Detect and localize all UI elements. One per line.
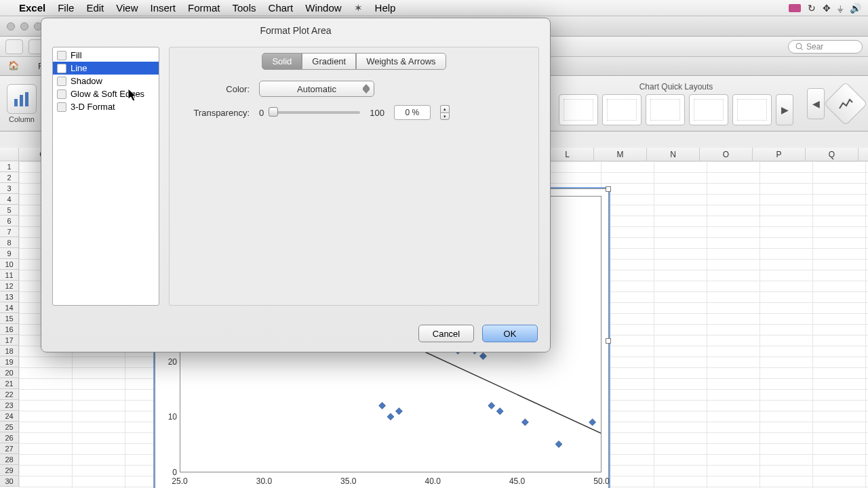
tab-weights-arrows[interactable]: Weights & Arrows — [356, 53, 446, 70]
sidebar-item-fill[interactable]: Fill — [53, 49, 159, 62]
layout-thumb-2[interactable] — [602, 94, 642, 125]
menu-insert[interactable]: Insert — [150, 2, 176, 14]
menu-edit[interactable]: Edit — [86, 2, 104, 14]
menu-help[interactable]: Help — [375, 2, 396, 14]
dialog-content-panel: Solid Gradient Weights & Arrows Color: A… — [169, 47, 539, 306]
sparkline-button[interactable] — [823, 81, 867, 125]
tab-gradient[interactable]: Gradient — [302, 53, 356, 70]
row-header[interactable]: 22 — [0, 389, 18, 400]
row-header[interactable]: 15 — [0, 313, 18, 324]
row-header[interactable]: 16 — [0, 324, 18, 335]
quick-layouts-section: Chart Quick Layouts ▶ — [559, 82, 793, 125]
svg-line-1 — [801, 48, 803, 50]
sync-icon[interactable]: ✥ — [823, 3, 831, 14]
col-header[interactable]: M — [594, 148, 647, 161]
sidebar-item-shadow[interactable]: Shadow — [53, 75, 159, 87]
svg-rect-4 — [25, 92, 28, 106]
step-down-icon[interactable]: ▾ — [440, 113, 450, 121]
app-name[interactable]: Excel — [19, 2, 45, 14]
row-header[interactable]: 3 — [0, 183, 18, 194]
row-header[interactable]: 23 — [0, 400, 18, 411]
ok-button[interactable]: OK — [482, 325, 538, 342]
row-header[interactable]: 20 — [0, 367, 18, 378]
slider-thumb[interactable] — [269, 107, 278, 117]
quick-layouts-row: ▶ — [559, 94, 793, 125]
script-menu-icon[interactable]: ✶ — [354, 2, 363, 14]
row-header[interactable]: 26 — [0, 432, 18, 443]
row-header[interactable]: 24 — [0, 411, 18, 422]
row-header[interactable]: 12 — [0, 281, 18, 291]
svg-rect-3 — [20, 95, 23, 106]
layouts-next-button[interactable]: ▶ — [776, 94, 793, 125]
column-chart-button[interactable] — [7, 84, 37, 114]
nav-prev-button[interactable]: ◀ — [807, 88, 825, 119]
transparency-row: Transparency: 0 100 0 % ▴▾ — [170, 101, 538, 124]
sparkline-icon — [838, 96, 853, 111]
layout-thumb-1[interactable] — [559, 94, 598, 125]
cancel-button[interactable]: Cancel — [418, 325, 474, 342]
menu-tools[interactable]: Tools — [233, 2, 256, 14]
step-up-icon[interactable]: ▴ — [440, 105, 450, 113]
transparency-label: Transparency: — [182, 108, 250, 118]
row-header[interactable]: 13 — [0, 291, 18, 302]
quick-layouts-label: Chart Quick Layouts — [639, 82, 713, 92]
row-header[interactable]: 8 — [0, 237, 18, 248]
svg-rect-2 — [14, 99, 18, 106]
row-header[interactable]: 25 — [0, 422, 18, 432]
color-select[interactable]: Automatic — [259, 81, 374, 97]
layout-thumb-5[interactable] — [732, 94, 772, 125]
layout-thumb-4[interactable] — [689, 94, 728, 125]
sidebar-item-glow[interactable]: Glow & Soft Edges — [53, 87, 159, 100]
row-header[interactable]: 4 — [0, 194, 18, 205]
sidebar-item-3d[interactable]: 3-D Format — [53, 100, 159, 113]
row-header[interactable]: 18 — [0, 346, 18, 357]
row-header[interactable]: 10 — [0, 259, 18, 270]
transparency-stepper[interactable]: ▴▾ — [440, 105, 450, 120]
menu-file[interactable]: File — [58, 2, 74, 14]
menu-view[interactable]: View — [116, 2, 138, 14]
row-header[interactable]: 7 — [0, 226, 18, 237]
sidebar-item-line[interactable]: Line — [53, 62, 159, 75]
col-header[interactable]: P — [753, 148, 806, 161]
svg-point-0 — [796, 43, 802, 49]
row-header[interactable]: 27 — [0, 443, 18, 454]
tab-solid[interactable]: Solid — [262, 53, 302, 70]
color-row: Color: Automatic — [170, 77, 538, 101]
volume-icon[interactable]: 🔊 — [850, 3, 861, 14]
x-axis-labels: 25.030.035.040.045.050.0 — [180, 476, 601, 488]
col-header[interactable]: N — [647, 148, 700, 161]
row-header[interactable]: 5 — [0, 205, 18, 216]
transparency-slider[interactable] — [273, 111, 360, 114]
row-header[interactable]: 21 — [0, 378, 18, 389]
row-header[interactable]: 17 — [0, 335, 18, 346]
row-header[interactable]: 19 — [0, 357, 18, 367]
row-header[interactable]: 28 — [0, 454, 18, 465]
qa-btn-1[interactable] — [5, 39, 23, 54]
row-header[interactable]: 14 — [0, 302, 18, 313]
color-label: Color: — [182, 84, 250, 94]
menu-window[interactable]: Window — [305, 2, 341, 14]
row-header[interactable]: 11 — [0, 270, 18, 281]
mac-menubar: Excel File Edit View Insert Format Tools… — [0, 0, 868, 16]
layout-thumb-3[interactable] — [646, 94, 685, 125]
segmented-tabs: Solid Gradient Weights & Arrows — [170, 47, 538, 77]
menu-chart[interactable]: Chart — [269, 2, 294, 14]
traffic-lights[interactable] — [7, 22, 42, 30]
row-header[interactable]: 6 — [0, 216, 18, 226]
timemachine-icon[interactable]: ↻ — [808, 3, 816, 14]
transparency-value[interactable]: 0 % — [394, 105, 431, 120]
row-header[interactable]: 1 — [0, 161, 18, 172]
col-header[interactable]: O — [700, 148, 753, 161]
wifi-icon[interactable]: ⏚ — [837, 3, 843, 14]
status-icon[interactable] — [789, 4, 801, 12]
search-input[interactable]: Sear — [788, 40, 863, 54]
row-header[interactable]: 29 — [0, 465, 18, 476]
row-header[interactable]: 30 — [0, 476, 18, 487]
dialog-sidebar: Fill Line Shadow Glow & Soft Edges 3-D F… — [52, 47, 159, 306]
menu-format[interactable]: Format — [188, 2, 220, 14]
mouse-cursor-icon — [128, 89, 139, 102]
home-tab-icon[interactable]: 🏠 — [8, 60, 20, 73]
row-header[interactable]: 2 — [0, 172, 18, 183]
col-header[interactable]: Q — [806, 148, 859, 161]
row-header[interactable]: 9 — [0, 248, 18, 259]
